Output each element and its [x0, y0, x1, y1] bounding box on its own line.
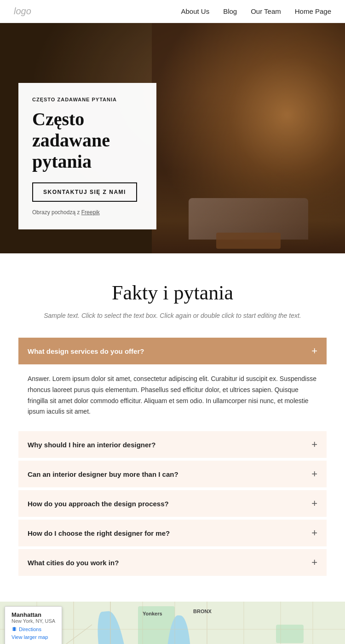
- hero-content-box: Często zadawane pytania Często zadawane …: [18, 83, 156, 229]
- nav-about-us[interactable]: About Us: [181, 7, 209, 15]
- logo[interactable]: logo: [14, 6, 31, 17]
- faq-plus-icon-4: +: [311, 498, 317, 509]
- faq-item-6[interactable]: What cities do you work in? +: [18, 549, 327, 576]
- faq-section: What design services do you offer? + Ans…: [0, 333, 345, 592]
- map-directions-btn[interactable]: Directions: [12, 626, 55, 632]
- faq-plus-icon-1: +: [311, 345, 317, 357]
- nav-our-team[interactable]: Our Team: [251, 7, 281, 15]
- faq-plus-icon-5: +: [311, 527, 317, 539]
- faq-item-active[interactable]: What design services do you offer? +: [18, 338, 327, 364]
- hero-table: [216, 233, 281, 249]
- map-container[interactable]: Manhattan BROOKLYN QUEENS BRONX Newark H…: [0, 602, 345, 644]
- map-info-box: Manhattan New York, NY, USA Directions V…: [5, 606, 62, 644]
- hero-section: Często zadawane pytania Często zadawane …: [0, 23, 345, 253]
- map-label-bronx: BRONX: [193, 609, 212, 614]
- nav-home-page[interactable]: Home Page: [295, 7, 331, 15]
- faq-question-1: What design services do you offer?: [28, 347, 144, 355]
- faq-plus-icon-6: +: [311, 556, 317, 568]
- faq-plus-icon-2: +: [311, 439, 317, 451]
- map-info-title: Manhattan: [12, 611, 55, 618]
- faq-item-5[interactable]: How do I choose the right designer for m…: [18, 520, 327, 546]
- faq-item-4[interactable]: How do you approach the design process? …: [18, 490, 327, 517]
- hero-small-label: Często zadawane pytania: [32, 97, 140, 102]
- faq-subtitle: Sample text. Click to select the text bo…: [18, 312, 327, 319]
- navbar: logo About Us Blog Our Team Home Page: [0, 0, 345, 23]
- faq-item-3[interactable]: Can an interior designer buy more than I…: [18, 461, 327, 487]
- hero-title: Często zadawane pytania: [32, 109, 140, 172]
- map-label-yonkers: Yonkers: [143, 611, 162, 616]
- contact-button[interactable]: SKONTAKTUJ SIĘ Z NAMI: [32, 182, 137, 202]
- nav-links: About Us Blog Our Team Home Page: [181, 7, 331, 15]
- faq-item-2[interactable]: Why should I hire an interior designer? …: [18, 431, 327, 458]
- faq-answer-1: Answer. Lorem ipsum dolor sit amet, cons…: [18, 364, 327, 427]
- faq-question-6: What cities do you work in?: [28, 559, 119, 567]
- faq-plus-icon-3: +: [311, 468, 317, 480]
- map-view-larger[interactable]: View larger map: [12, 634, 55, 640]
- faq-main-title: Fakty i pytania: [18, 281, 327, 304]
- map-info-sub: New York, NY, USA: [12, 618, 55, 624]
- faq-intro: Fakty i pytania Sample text. Click to se…: [0, 253, 345, 333]
- faq-question-2: Why should I hire an interior designer?: [28, 441, 155, 449]
- freepik-link[interactable]: Freepik: [81, 209, 100, 216]
- hero-source: Obrazy pochodzą z Freepik: [32, 209, 140, 216]
- faq-question-4: How do you approach the design process?: [28, 500, 169, 508]
- faq-question-5: How do I choose the right designer for m…: [28, 529, 170, 537]
- faq-question-3: Can an interior designer buy more than I…: [28, 470, 178, 478]
- nav-blog[interactable]: Blog: [223, 7, 237, 15]
